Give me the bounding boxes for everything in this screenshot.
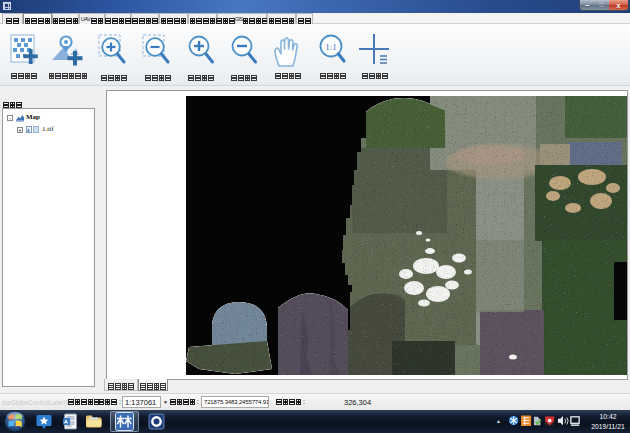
svg-text:1:1: 1:1 xyxy=(325,42,337,52)
